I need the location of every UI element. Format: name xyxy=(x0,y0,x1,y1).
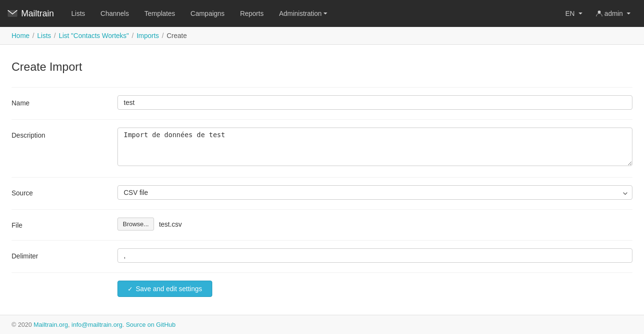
nav-item-reports[interactable]: Reports xyxy=(232,0,271,27)
file-name: test.csv xyxy=(159,220,181,228)
lang-caret xyxy=(579,13,582,14)
source-select-container: CSV file xyxy=(117,185,632,200)
breadcrumb: Home / Lists / List "Contacts Worteks" /… xyxy=(0,27,644,45)
svg-point-1 xyxy=(598,11,601,13)
breadcrumb-current: Create xyxy=(167,32,187,39)
user-caret xyxy=(627,13,631,14)
description-input-wrap: Import de données de test xyxy=(117,128,632,167)
breadcrumb-lists[interactable]: Lists xyxy=(37,32,51,39)
description-textarea[interactable]: Import de données de test xyxy=(117,128,632,166)
save-button[interactable]: ✓ Save and edit settings xyxy=(117,281,212,297)
form-group-delimiter: Delimiter xyxy=(12,240,632,263)
brand-link[interactable]: Mailtrain xyxy=(8,9,54,19)
source-select-wrap: CSV file xyxy=(117,185,632,200)
brand-name: Mailtrain xyxy=(21,9,54,19)
form-group-description: Description Import de données de test xyxy=(12,119,632,167)
form-actions: ✓ Save and edit settings xyxy=(12,272,632,305)
name-label: Name xyxy=(12,95,117,107)
footer: © 2020 Mailtrain.org, info@mailtrain.org… xyxy=(0,315,644,320)
nav-item-administration[interactable]: Administration xyxy=(271,0,335,27)
language-dropdown[interactable]: EN xyxy=(559,0,588,27)
breadcrumb-sep-4: / xyxy=(162,32,164,39)
nav-item-channels[interactable]: Channels xyxy=(93,0,137,27)
user-dropdown[interactable]: admin xyxy=(590,0,636,27)
name-input[interactable] xyxy=(117,95,632,110)
check-icon: ✓ xyxy=(128,285,133,293)
source-label: Source xyxy=(12,185,117,197)
name-input-wrap xyxy=(117,95,632,110)
envelope-icon xyxy=(8,10,17,17)
nav-right: EN admin xyxy=(559,0,636,27)
user-icon xyxy=(596,10,603,17)
delimiter-label: Delimiter xyxy=(12,248,117,260)
file-label: File xyxy=(12,218,117,229)
nav-item-lists[interactable]: Lists xyxy=(64,0,93,27)
nav-item-campaigns[interactable]: Campaigns xyxy=(183,0,232,27)
page-title: Create Import xyxy=(12,60,632,74)
file-input-wrap: Browse... test.csv xyxy=(117,218,632,231)
main-content: Create Import Name Description Import de… xyxy=(0,45,644,320)
breadcrumb-home[interactable]: Home xyxy=(12,32,29,39)
breadcrumb-imports[interactable]: Imports xyxy=(137,32,159,39)
delimiter-input[interactable] xyxy=(117,248,632,263)
source-select[interactable]: CSV file xyxy=(117,185,632,200)
nav-links: Lists Channels Templates Campaigns Repor… xyxy=(64,0,559,27)
breadcrumb-sep-3: / xyxy=(132,32,134,39)
breadcrumb-sep-2: / xyxy=(54,32,56,39)
form-group-file: File Browse... test.csv xyxy=(12,209,632,231)
form-group-source: Source CSV file xyxy=(12,177,632,200)
file-input-container: Browse... test.csv xyxy=(117,218,632,231)
save-button-label: Save and edit settings xyxy=(136,285,202,293)
administration-dropdown-caret xyxy=(323,13,327,14)
navbar: Mailtrain Lists Channels Templates Campa… xyxy=(0,0,644,27)
nav-item-templates[interactable]: Templates xyxy=(137,0,183,27)
breadcrumb-list-name[interactable]: List "Contacts Worteks" xyxy=(59,32,129,39)
form-group-name: Name xyxy=(12,87,632,110)
breadcrumb-sep-1: / xyxy=(32,32,34,39)
browse-button[interactable]: Browse... xyxy=(117,218,154,231)
delimiter-input-wrap xyxy=(117,248,632,263)
description-label: Description xyxy=(12,128,117,139)
